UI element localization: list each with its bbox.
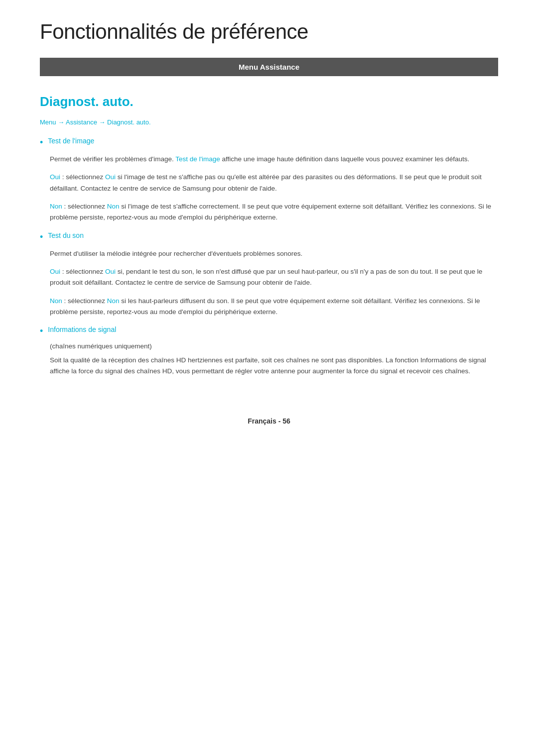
non-inline-son: Non	[107, 297, 120, 305]
cyan-text: Test de l'image	[175, 155, 220, 163]
section-title: Diagnost. auto.	[40, 94, 498, 109]
son-non-para: Non : sélectionnez Non si les haut-parle…	[50, 296, 498, 318]
non-inline-1: Non	[107, 203, 120, 210]
oui-label-son: Oui	[50, 268, 60, 275]
image-para-1: Permet de vérifier les problèmes d'image…	[50, 154, 498, 165]
bullet-icon: •	[40, 231, 43, 243]
list-item: • Test du son	[40, 230, 498, 243]
page-title: Fonctionnalités de préférence	[40, 20, 498, 44]
non-label-1: Non	[50, 203, 62, 210]
non-label-son: Non	[50, 297, 62, 305]
page-footer: Français - 56	[40, 417, 498, 425]
item-label-image: Test de l'image	[48, 136, 94, 146]
oui-label: Oui	[50, 173, 60, 181]
bullet-icon: •	[40, 325, 43, 337]
section-diagnost-auto: Diagnost. auto. Menu → Assistance → Diag…	[40, 94, 498, 377]
oui-inline-son: Oui	[105, 268, 116, 275]
image-non-para: Non : sélectionnez Non si l'image de tes…	[50, 201, 498, 223]
bullet-icon: •	[40, 136, 43, 149]
son-para-1: Permet d'utiliser la mélodie intégrée po…	[50, 248, 498, 259]
breadcrumb: Menu → Assistance → Diagnost. auto.	[40, 118, 498, 126]
signal-sub-note: (chaînes numériques uniquement)	[50, 342, 498, 350]
signal-para-1: Soit la qualité de la réception des chaî…	[50, 355, 498, 377]
image-oui-para: Oui : sélectionnez Oui si l'image de tes…	[50, 172, 498, 194]
item-label-son: Test du son	[48, 230, 84, 241]
oui-inline: Oui	[105, 173, 116, 181]
list-item: • Informations de signal	[40, 324, 498, 337]
list-item: • Test de l'image	[40, 136, 498, 149]
item-label-signal: Informations de signal	[48, 324, 116, 335]
son-oui-para: Oui : sélectionnez Oui si, pendant le te…	[50, 266, 498, 289]
menu-banner: Menu Assistance	[40, 58, 498, 76]
